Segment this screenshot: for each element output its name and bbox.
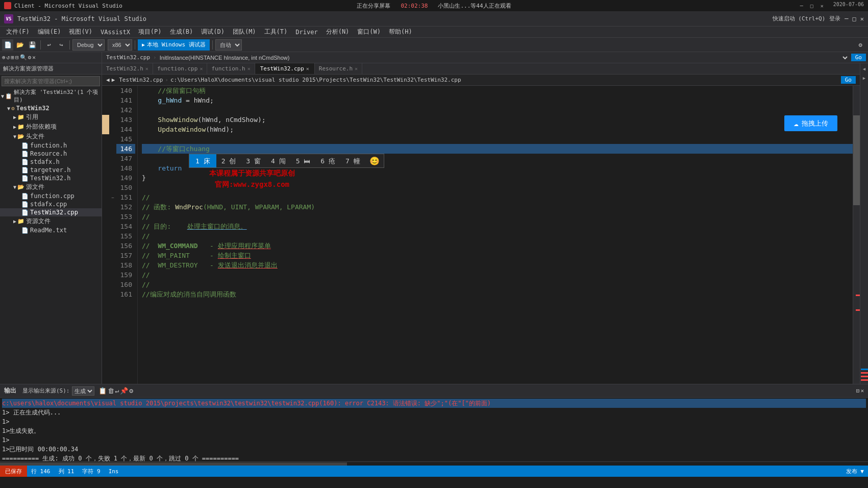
- rp-btn1[interactable]: ◀: [861, 65, 868, 72]
- path-arrow-left[interactable]: ◀: [106, 77, 110, 83]
- ac-tab-4[interactable]: 4 闯: [266, 154, 291, 167]
- output-settings-btn[interactable]: ⚙: [129, 387, 133, 395]
- sol-btn5[interactable]: 🔍: [20, 54, 27, 61]
- menu-window[interactable]: 窗口(W): [353, 27, 385, 37]
- tab-twc-close[interactable]: ✕: [306, 66, 309, 71]
- menu-view[interactable]: 视图(V): [65, 27, 96, 37]
- collapse-icon-151[interactable]: −: [111, 195, 114, 200]
- output-clear-btn[interactable]: 🗑: [108, 387, 114, 395]
- toolbar-gear[interactable]: ⚙: [855, 39, 866, 51]
- tab-resource-h[interactable]: Resource.h ✕: [315, 63, 362, 74]
- undo-btn[interactable]: ↩: [43, 39, 55, 51]
- tree-item-function-cpp[interactable]: 📄 function.cpp: [0, 192, 102, 200]
- status-char[interactable]: 字符 9: [78, 466, 104, 477]
- output-dock-btn[interactable]: ⊡: [856, 387, 860, 394]
- go-btn[interactable]: Go: [851, 54, 866, 61]
- start-debug-btn[interactable]: ▶ 本地 Windows 调试器: [138, 39, 210, 51]
- scroll-track[interactable]: [853, 86, 860, 384]
- maximize-icon[interactable]: □: [808, 2, 816, 10]
- redo-btn[interactable]: ↪: [56, 39, 67, 51]
- status-row[interactable]: 行 146: [27, 466, 55, 477]
- menu-help[interactable]: 帮助(H): [385, 27, 416, 37]
- solution-root[interactable]: ▼ 📋 解决方案 'TestWin32'(1 个项目): [0, 88, 102, 104]
- menu-tools[interactable]: 工具(T): [260, 27, 292, 37]
- window-controls[interactable]: ─ □ ✕ 2020-07-06: [798, 2, 864, 10]
- output-scrollbar[interactable]: [0, 461, 868, 466]
- tab-testwin32-cpp[interactable]: TestWin32.cpp ✕: [255, 63, 315, 74]
- tab-fh-close[interactable]: ✕: [247, 66, 251, 71]
- config-select[interactable]: 自动: [215, 39, 242, 51]
- ac-emoji-btn[interactable]: 😊: [365, 154, 384, 167]
- ac-tab-2[interactable]: 2 创: [216, 154, 241, 167]
- sol-btn4[interactable]: ⊟: [15, 54, 19, 61]
- scroll-thumb[interactable]: [853, 115, 860, 205]
- sol-btn1[interactable]: ⊕: [2, 54, 6, 61]
- tree-item-sources[interactable]: ▼ 📂 源文件: [0, 182, 102, 192]
- tab-close-icon[interactable]: ✕: [145, 66, 148, 71]
- win-close[interactable]: ✕: [860, 15, 864, 22]
- sol-btn2[interactable]: ↺: [7, 54, 10, 61]
- top-right-controls[interactable]: 快速启动 (Ctrl+Q) 登录 ─ □ ✕: [773, 15, 864, 22]
- new-file-btn[interactable]: 📄: [2, 39, 13, 51]
- login-label[interactable]: 登录: [829, 15, 840, 22]
- ac-tab-6[interactable]: 6 疮: [315, 154, 340, 167]
- tab-fc-close[interactable]: ✕: [200, 66, 203, 71]
- tab-testwin32-h[interactable]: TestWin32.h ✕: [102, 63, 153, 74]
- tab-rh-close[interactable]: ✕: [355, 66, 358, 71]
- sol-btn3[interactable]: ⊞: [11, 54, 14, 61]
- ac-tab-7[interactable]: 7 幢: [340, 154, 365, 167]
- tree-item-targetver[interactable]: 📄 targetver.h: [0, 166, 102, 174]
- tree-item-references[interactable]: ▶ 📁 引用: [0, 112, 102, 122]
- close-icon[interactable]: ✕: [818, 2, 826, 10]
- status-col[interactable]: 列 11: [55, 466, 79, 477]
- menu-analyze[interactable]: 分析(N): [322, 27, 354, 37]
- status-ins[interactable]: Ins: [105, 466, 123, 477]
- menu-project[interactable]: 项目(P): [134, 27, 166, 37]
- tab-function-h[interactable]: function.h ✕: [207, 63, 255, 74]
- tree-item-readme[interactable]: 📄 ReadMe.txt: [0, 226, 102, 234]
- win-min[interactable]: ─: [845, 15, 848, 22]
- tree-item-external[interactable]: ▶ 📁 外部依赖项: [0, 122, 102, 132]
- code-content[interactable]: //保留窗口句柄 g_hWnd = hWnd; ShowWindow(hWnd,…: [138, 86, 853, 384]
- project-node[interactable]: ▼ ⚙ TestWin32: [0, 104, 102, 112]
- menu-file[interactable]: 文件(F): [2, 27, 34, 37]
- function-dropdown[interactable]: InitInstance(HINSTANCE hInstance, int nC…: [158, 53, 849, 62]
- output-pin-btn[interactable]: 📌: [120, 387, 128, 395]
- menu-driver[interactable]: Driver: [291, 28, 321, 37]
- status-publish[interactable]: 发布 ▼: [842, 466, 868, 477]
- output-copy-btn[interactable]: 📋: [98, 387, 107, 395]
- ac-tab-3[interactable]: 3 窗: [241, 154, 266, 167]
- path-arrow-right[interactable]: ▶: [112, 77, 115, 83]
- path-go-btn[interactable]: Go: [841, 76, 856, 84]
- ac-tab-1[interactable]: 1 床: [189, 154, 216, 167]
- solution-search-input[interactable]: [2, 76, 100, 86]
- tree-item-function-h[interactable]: 📄 function.h: [0, 141, 102, 150]
- tree-item-resource-h[interactable]: 📄 Resource.h: [0, 150, 102, 158]
- fold-151[interactable]: −: [111, 192, 114, 202]
- tree-item-stdafx-cpp[interactable]: 📄 stdafx.cpp: [0, 200, 102, 208]
- menu-debug[interactable]: 调试(D): [197, 27, 229, 37]
- menu-team[interactable]: 团队(M): [229, 27, 260, 37]
- tree-item-headers[interactable]: ▼ 📂 头文件: [0, 132, 102, 141]
- output-word-wrap-btn[interactable]: ↵: [115, 387, 119, 395]
- tree-item-resources[interactable]: ▶ 📁 资源文件: [0, 216, 102, 226]
- sol-btn6[interactable]: ⚙: [28, 54, 32, 61]
- sol-close[interactable]: ✕: [32, 54, 36, 61]
- upload-btn[interactable]: ☁ 拖拽上传: [784, 115, 837, 131]
- ac-tab-5[interactable]: 5 🛏: [291, 154, 316, 167]
- debug-config-select[interactable]: Debug: [72, 39, 105, 51]
- tree-item-stdafx-h[interactable]: 📄 stdafx.h: [0, 158, 102, 166]
- menu-edit[interactable]: 编辑(E): [34, 27, 65, 37]
- open-btn[interactable]: 📂: [14, 39, 26, 51]
- menu-vassistx[interactable]: VAssistX: [96, 28, 134, 37]
- tab-function-cpp[interactable]: function.cpp ✕: [153, 63, 208, 74]
- minimize-icon[interactable]: ─: [798, 2, 806, 10]
- output-source-select[interactable]: 生成: [72, 386, 94, 396]
- rp-btn2[interactable]: ▶: [861, 75, 868, 82]
- platform-select[interactable]: x86: [108, 39, 132, 51]
- save-btn[interactable]: 💾: [27, 39, 38, 51]
- tree-item-testwin32-h[interactable]: 📄 TestWin32.h: [0, 174, 102, 182]
- output-close-btn[interactable]: ✕: [860, 387, 864, 394]
- menu-build[interactable]: 生成(B): [166, 27, 197, 37]
- win-restore[interactable]: □: [853, 15, 856, 22]
